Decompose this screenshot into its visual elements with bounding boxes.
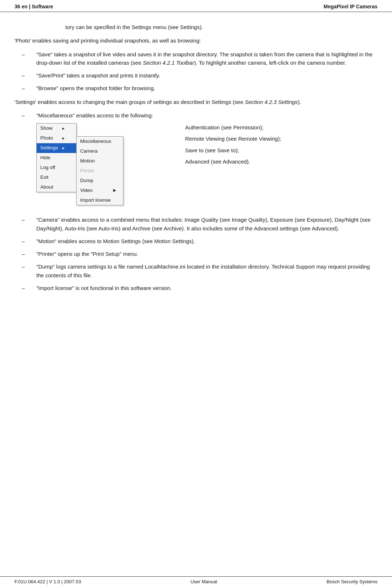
menu-item-hide[interactable]: Hide bbox=[37, 153, 76, 163]
bullet-dash: – bbox=[15, 262, 36, 279]
submenu-item-video[interactable]: Video ► bbox=[77, 186, 123, 196]
misc-side-description: Authentication (see Permission); Remote … bbox=[185, 123, 377, 169]
menu-label: Hide bbox=[40, 154, 50, 162]
bullet-dash: – bbox=[15, 84, 36, 92]
arrow-icon: ► bbox=[62, 136, 65, 141]
submenu-item-printer: Printer bbox=[77, 166, 123, 176]
submenu-item-motion[interactable]: Motion bbox=[77, 156, 123, 166]
header-left: 36 en | Software bbox=[15, 4, 53, 9]
menu-item-about[interactable]: About bbox=[37, 182, 76, 192]
lower-bullets: – "Camera" enables access to a combined … bbox=[15, 216, 377, 292]
misc-side-bullets: Authentication (see Permission); Remote … bbox=[185, 123, 377, 166]
menu-item-photo[interactable]: Photo ► bbox=[37, 133, 76, 143]
bullet-text: "Printer" opens up the "Print Setup" men… bbox=[36, 250, 377, 258]
menu-label: Photo bbox=[40, 134, 53, 142]
bullet-text: "Dump" logs camera settings to a file na… bbox=[36, 262, 377, 279]
list-item: – "Save/Print" takes a snapshot and prin… bbox=[15, 71, 377, 80]
menu-item-settings[interactable]: Settings ► bbox=[37, 143, 76, 153]
list-item: Remote Viewing (see Remote Viewing); bbox=[185, 134, 377, 143]
list-item: – "Motion" enables access to Motion Sett… bbox=[15, 237, 377, 245]
bullet-dash: – bbox=[15, 111, 36, 211]
submenu-item-importlicense[interactable]: Import license bbox=[77, 196, 123, 205]
list-item: – "Camera" enables access to a combined … bbox=[15, 216, 377, 233]
misc-container: Show ► Photo ► Settings ► bbox=[36, 123, 377, 205]
bullet-dash: – bbox=[15, 284, 36, 292]
bullet-dash: – bbox=[15, 71, 36, 80]
settings-paragraph: 'Settings' enables access to changing th… bbox=[15, 98, 377, 106]
bullet-dash: – bbox=[15, 50, 36, 67]
list-item: – "Browse" opens the snapshot folder for… bbox=[15, 84, 377, 92]
menu-label: Log off bbox=[40, 164, 55, 172]
arrow-icon: ► bbox=[62, 126, 65, 132]
list-item: – "Miscellaneous" enables access to the … bbox=[15, 111, 377, 211]
menu-item-logoff[interactable]: Log off bbox=[37, 163, 76, 173]
list-item: Save to (see Save to); bbox=[185, 146, 377, 154]
photo-bullets: – "Save" takes a snapshot of live video … bbox=[15, 50, 377, 93]
photo-paragraph: 'Photo' enables saving and printing indi… bbox=[15, 36, 377, 45]
bullet-dash: – bbox=[15, 250, 36, 258]
bullet-text: "Miscellaneous" enables access to the fo… bbox=[36, 111, 377, 211]
bullet-dash: – bbox=[15, 216, 36, 233]
indent-paragraph: tory can be specified in the Settings me… bbox=[65, 23, 377, 31]
arrow-icon: ► bbox=[112, 187, 117, 194]
list-item: Authentication (see Permission); bbox=[185, 123, 377, 132]
menu-label: About bbox=[40, 184, 53, 191]
footer-right: Bosch Security Systems bbox=[327, 579, 377, 584]
list-item: – "Save" takes a snapshot of live video … bbox=[15, 50, 377, 67]
context-menu-main: Show ► Photo ► Settings ► bbox=[36, 123, 77, 192]
menu-label: Settings bbox=[40, 144, 58, 152]
bullet-text: "Motion" enables access to Motion Settin… bbox=[36, 237, 377, 245]
menu-label: Exit bbox=[40, 174, 49, 181]
page-footer: F.01U.064.422 | V 1.0 | 2007.03 User Man… bbox=[0, 576, 392, 588]
footer-center: User Manual bbox=[191, 579, 217, 584]
page-content: tory can be specified in the Settings me… bbox=[0, 12, 392, 326]
bullet-text: "Camera" enables access to a combined me… bbox=[36, 216, 377, 233]
misc-intro: "Miscellaneous" enables access to the fo… bbox=[36, 112, 153, 118]
submenu-item-miscellaneous[interactable]: Miscellaneous bbox=[77, 137, 123, 146]
bullet-text: "Save" takes a snapshot of live video an… bbox=[36, 50, 377, 67]
menu-area: Show ► Photo ► Settings ► bbox=[36, 123, 174, 205]
bullet-dash: – bbox=[15, 237, 36, 245]
submenu-item-camera[interactable]: Camera bbox=[77, 146, 123, 156]
list-item: – "Import license" is not functional in … bbox=[15, 284, 377, 292]
indent-text: tory can be specified in the Settings me… bbox=[65, 23, 377, 31]
arrow-icon: ► bbox=[62, 145, 65, 151]
context-menu-sub: Miscellaneous Camera Motion Printer Dump… bbox=[76, 136, 123, 205]
list-item: – "Dump" logs camera settings to a file … bbox=[15, 262, 377, 279]
bullet-text: "Import license" is not functional in th… bbox=[36, 284, 377, 292]
misc-bullet-wrapper: – "Miscellaneous" enables access to the … bbox=[15, 111, 377, 211]
submenu-label: Video bbox=[80, 187, 93, 194]
bullet-text: "Browse" opens the snapshot folder for b… bbox=[36, 84, 377, 92]
menu-item-show[interactable]: Show ► bbox=[37, 124, 76, 133]
footer-left: F.01U.064.422 | V 1.0 | 2007.03 bbox=[15, 579, 81, 584]
page-header: 36 en | Software MegaPixel IP Cameras bbox=[0, 0, 392, 12]
menu-item-exit[interactable]: Exit bbox=[37, 173, 76, 182]
list-item: – "Printer" opens up the "Print Setup" m… bbox=[15, 250, 377, 258]
bullet-text: "Save/Print" takes a snapshot and prints… bbox=[36, 71, 377, 80]
list-item: Advanced (see Advanced). bbox=[185, 157, 377, 166]
submenu-item-dump[interactable]: Dump bbox=[77, 176, 123, 186]
header-right: MegaPixel IP Cameras bbox=[324, 4, 377, 9]
menu-label: Show bbox=[40, 125, 53, 132]
